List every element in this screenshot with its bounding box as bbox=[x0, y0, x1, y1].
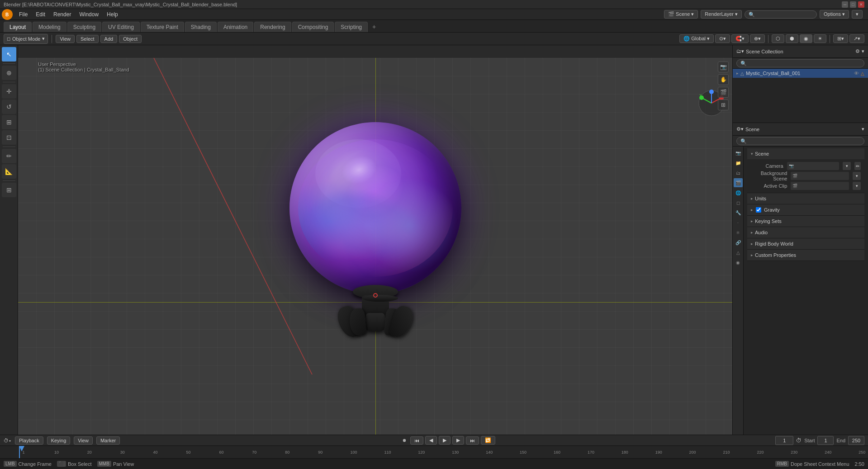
start-frame-input[interactable]: 1 bbox=[817, 436, 834, 445]
header-search[interactable] bbox=[745, 10, 817, 19]
select-tool-button[interactable]: ↖ bbox=[2, 47, 16, 62]
custom-props-section-header[interactable]: ▸ Custom Properties bbox=[747, 250, 864, 261]
outliner-editor-type[interactable]: 🗂▾ bbox=[736, 48, 744, 54]
particles-props-icon[interactable]: · bbox=[734, 218, 743, 227]
physics-props-icon[interactable]: ⚛ bbox=[734, 228, 743, 237]
keying-sets-section-header[interactable]: ▸ Keying Sets bbox=[747, 216, 864, 227]
menu-edit[interactable]: Edit bbox=[32, 10, 49, 19]
outliner-filter[interactable]: ▾ bbox=[862, 48, 864, 54]
menu-window[interactable]: Window bbox=[76, 10, 102, 19]
prev-frame-btn[interactable]: ◀ bbox=[425, 436, 437, 445]
viewport-3d[interactable]: X Y Z User Perspective (1) Scene Collect… bbox=[18, 45, 732, 435]
header-filter-button[interactable]: ▾ bbox=[852, 10, 863, 19]
active-clip-browse-btn[interactable]: ▾ bbox=[853, 182, 861, 190]
output-props-icon[interactable]: 📁 bbox=[734, 158, 743, 167]
camera-filmstrip-gizmo[interactable]: 🎬 bbox=[718, 87, 729, 98]
close-button[interactable]: ✕ bbox=[858, 1, 864, 8]
tab-compositing[interactable]: Compositing bbox=[292, 22, 334, 32]
next-frame-btn[interactable]: ▶ bbox=[452, 436, 464, 445]
tab-rendering[interactable]: Rendering bbox=[254, 22, 291, 32]
wireframe-shading[interactable]: ⬡ bbox=[772, 34, 784, 43]
camera-grid-gizmo[interactable]: ⊞ bbox=[718, 99, 729, 110]
options-button[interactable]: Options ▾ bbox=[820, 10, 849, 19]
add-menu-btn[interactable]: Add bbox=[100, 35, 118, 43]
object-menu-btn[interactable]: Object bbox=[119, 35, 142, 43]
tab-uv-editing[interactable]: UV Editing bbox=[102, 22, 140, 32]
minimize-button[interactable]: ─ bbox=[842, 1, 848, 8]
move-tool-button[interactable]: ✛ bbox=[2, 84, 16, 99]
menu-help[interactable]: Help bbox=[103, 10, 122, 19]
annotate-tool-button[interactable]: ✏ bbox=[2, 149, 16, 163]
blender-logo[interactable]: B bbox=[2, 9, 13, 20]
constraints-props-icon[interactable]: 🔗 bbox=[734, 238, 743, 247]
timeline-editor-type[interactable]: ⏱▾ bbox=[4, 438, 11, 443]
keying-menu[interactable]: Keying bbox=[47, 436, 71, 445]
jump-to-start-btn[interactable]: ⏮ bbox=[410, 436, 423, 445]
view-menu-btn[interactable]: View bbox=[56, 35, 75, 43]
view-layer-props-icon[interactable]: 🗂 bbox=[734, 168, 743, 177]
tab-sculpting[interactable]: Sculpting bbox=[67, 22, 101, 32]
audio-section-header[interactable]: ▸ Audio bbox=[747, 227, 864, 238]
proportional-toggle[interactable]: ⊕▾ bbox=[750, 34, 765, 43]
camera-value[interactable]: 📷 bbox=[787, 162, 839, 170]
props-search-input[interactable] bbox=[736, 137, 864, 145]
visibility-icon[interactable]: 👁 bbox=[854, 71, 859, 76]
current-frame-display[interactable]: 1 bbox=[775, 436, 793, 445]
data-props-icon[interactable]: △ bbox=[734, 248, 743, 257]
object-props-icon[interactable]: ◻ bbox=[734, 198, 743, 207]
background-scene-value[interactable]: 🎬 bbox=[791, 172, 849, 180]
outliner-options[interactable]: ⚙ bbox=[855, 48, 860, 54]
maximize-button[interactable]: □ bbox=[850, 1, 856, 8]
tab-animation[interactable]: Animation bbox=[218, 22, 253, 32]
rendered-shading[interactable]: ☀ bbox=[814, 34, 826, 43]
world-props-icon[interactable]: 🌐 bbox=[734, 188, 743, 197]
tab-shading[interactable]: Shading bbox=[185, 22, 217, 32]
tab-scripting[interactable]: Scripting bbox=[335, 22, 368, 32]
rotate-tool-button[interactable]: ↺ bbox=[2, 99, 16, 114]
snap-toggle[interactable]: 🧲▾ bbox=[731, 34, 749, 43]
scene-section-header[interactable]: ▾ Scene bbox=[747, 148, 864, 159]
gizmo-toggle[interactable]: ↗▾ bbox=[849, 34, 864, 43]
props-editor-type[interactable]: ⚙▾ bbox=[736, 126, 744, 132]
play-btn[interactable]: ▶ bbox=[439, 436, 451, 445]
bg-scene-browse-btn[interactable]: ▾ bbox=[853, 172, 861, 180]
material-shading[interactable]: ◉ bbox=[800, 34, 812, 43]
add-workspace-button[interactable]: + bbox=[369, 21, 379, 32]
select-menu-btn[interactable]: Select bbox=[76, 35, 99, 43]
tab-layout[interactable]: Layout bbox=[4, 22, 32, 32]
units-section-header[interactable]: ▸ Units bbox=[747, 193, 864, 204]
outliner-item-crystal-ball[interactable]: ▸ △ Mystic_Crystal_Ball_001 👁 △ bbox=[733, 69, 868, 78]
pivot-dropdown[interactable]: ⊙▾ bbox=[715, 34, 730, 43]
menu-file[interactable]: File bbox=[15, 10, 31, 19]
cursor-tool-button[interactable]: ⊕ bbox=[2, 66, 16, 80]
gravity-section-header[interactable]: ▸ Gravity bbox=[747, 204, 864, 215]
rigid-body-world-section-header[interactable]: ▸ Rigid Body World bbox=[747, 238, 864, 249]
material-props-icon[interactable]: ◉ bbox=[734, 258, 743, 267]
timeline-view-menu[interactable]: View bbox=[74, 436, 93, 445]
jump-to-end-btn[interactable]: ⏭ bbox=[466, 436, 479, 445]
tab-texture-paint[interactable]: Texture Paint bbox=[141, 22, 184, 32]
header-search-input[interactable] bbox=[745, 10, 817, 19]
scale-tool-button[interactable]: ⊞ bbox=[2, 115, 16, 129]
tab-modeling[interactable]: Modeling bbox=[33, 22, 66, 32]
solid-shading[interactable]: ⬢ bbox=[786, 34, 798, 43]
overlay-toggle[interactable]: ⊞▾ bbox=[833, 34, 848, 43]
render-props-icon[interactable]: 📷 bbox=[734, 148, 743, 157]
camera-view-gizmo[interactable]: 📷 bbox=[718, 62, 729, 72]
add-primitive-button[interactable]: ⊞ bbox=[2, 183, 16, 197]
engine-dropdown[interactable]: 🎬 Scene ▾ bbox=[664, 10, 698, 19]
camera-browse-btn[interactable]: ▾ bbox=[843, 162, 851, 170]
modifier-props-icon[interactable]: 🔧 bbox=[734, 208, 743, 217]
measure-tool-button[interactable]: 📐 bbox=[2, 164, 16, 179]
timeline-track[interactable]: 1 10 20 30 40 50 60 70 80 90 100 110 120… bbox=[0, 446, 868, 458]
gravity-checkbox[interactable] bbox=[756, 207, 761, 213]
transform-tool-button[interactable]: ⊡ bbox=[2, 130, 16, 145]
mode-dropdown[interactable]: ◻ Object Mode ▾ bbox=[4, 34, 48, 44]
end-frame-input[interactable]: 250 bbox=[848, 436, 864, 445]
render-layer-dropdown[interactable]: RenderLayer ▾ bbox=[701, 10, 742, 19]
marker-menu[interactable]: Marker bbox=[96, 436, 120, 445]
props-options[interactable]: ▾ bbox=[862, 126, 864, 132]
camera-new-btn[interactable]: ✏ bbox=[854, 162, 861, 170]
hand-tool-gizmo[interactable]: ✋ bbox=[718, 74, 729, 85]
global-dropdown[interactable]: 🌐 Global ▾ bbox=[679, 34, 714, 43]
